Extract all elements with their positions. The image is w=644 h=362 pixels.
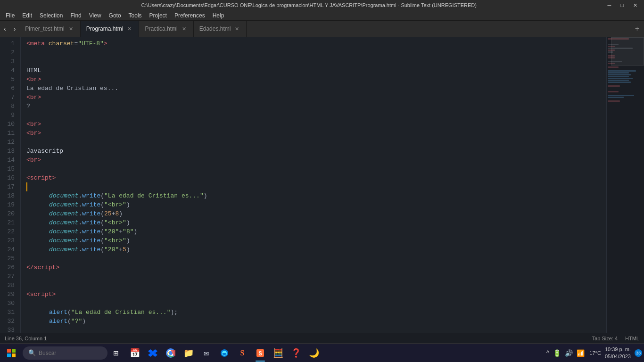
- menu-tools[interactable]: Tools: [125, 11, 146, 20]
- svg-rect-0: [7, 349, 11, 353]
- line-num-1: 1: [0, 39, 15, 48]
- title-bar: C:\Users\crazy\Documents\Edgar\CURSO ONE…: [0, 0, 644, 10]
- menu-file[interactable]: File: [2, 11, 18, 20]
- code-line-18: document.write("La edad de Cristian es..…: [26, 191, 606, 200]
- search-icon: 🔍: [28, 349, 36, 357]
- start-button[interactable]: [2, 345, 21, 362]
- line-num-15: 15: [0, 165, 15, 173]
- line-num-33: 33: [0, 326, 15, 333]
- status-right: Tab Size: 4 HTML: [592, 336, 639, 341]
- tray-caret-icon[interactable]: ^: [545, 348, 551, 358]
- search-input[interactable]: [39, 350, 105, 356]
- svg-rect-3: [12, 354, 16, 357]
- code-area[interactable]: <meta charset="UTF-8"> HTML <br> La edad…: [21, 37, 606, 333]
- tab-prev-button[interactable]: ‹: [0, 21, 10, 37]
- tab-size-status: Tab Size: 4: [592, 336, 618, 341]
- menu-project[interactable]: Project: [146, 11, 171, 20]
- line-num-23: 23: [0, 236, 15, 245]
- taskbar-icon-mail[interactable]: ✉️: [198, 345, 215, 362]
- taskbar-icon-calculator[interactable]: 🧮: [270, 345, 287, 362]
- code-line-22: document.write("20"+"8"): [26, 227, 606, 236]
- tab-edades[interactable]: Edades.html ✕: [194, 21, 247, 37]
- tab-practica-close[interactable]: ✕: [181, 25, 188, 33]
- line-num-24: 24: [0, 245, 15, 254]
- code-line-21: document.write("<br>"): [26, 218, 606, 227]
- line-num-31: 31: [0, 308, 15, 317]
- minimap: [606, 37, 644, 333]
- line-num-30: 30: [0, 299, 15, 308]
- tray-wifi-icon[interactable]: 📶: [576, 348, 586, 358]
- code-line-5: <br>: [26, 75, 606, 84]
- line-num-13: 13: [0, 147, 15, 156]
- code-line-24: document.write("20"+5): [26, 245, 606, 254]
- taskbar-icon-dropbox[interactable]: [144, 345, 161, 362]
- line-num-18: 18: [0, 191, 15, 200]
- code-line-19: document.write("<br>"): [26, 200, 606, 209]
- tab-add-button[interactable]: +: [630, 21, 644, 37]
- taskbar-icon-help[interactable]: ❓: [288, 345, 305, 362]
- menu-selection[interactable]: Selection: [36, 11, 66, 20]
- taskbar-icon-moon[interactable]: 🌙: [305, 345, 322, 362]
- tab-programa-close[interactable]: ✕: [126, 25, 133, 33]
- code-line-13: Javascritp: [26, 147, 606, 156]
- line-num-3: 3: [0, 57, 15, 66]
- taskbar-icon-sublime-active[interactable]: S: [252, 345, 269, 362]
- tab-practica[interactable]: Practica.html ✕: [139, 21, 193, 37]
- code-line-6: La edad de Cristian es...: [26, 84, 606, 93]
- tab-edades-close[interactable]: ✕: [233, 25, 240, 33]
- line-num-9: 9: [0, 111, 15, 120]
- tab-next-button[interactable]: ›: [10, 21, 20, 37]
- taskbar-icon-files[interactable]: 📁: [180, 345, 197, 362]
- code-line-25: [26, 254, 606, 263]
- tab-bar: ‹ › Pimer_test.html ✕ Programa.html ✕ Pr…: [0, 21, 644, 37]
- tab-pimer-label: Pimer_test.html: [25, 25, 64, 32]
- code-line-16: <script>: [26, 173, 606, 182]
- tab-edades-label: Edades.html: [199, 25, 231, 32]
- menu-edit[interactable]: Edit: [18, 11, 36, 20]
- code-line-11: <br>: [26, 129, 606, 138]
- line-num-12: 12: [0, 138, 15, 147]
- status-bar: Line 36, Column 1 Tab Size: 4 HTML: [0, 333, 644, 343]
- line-num-19: 19: [0, 200, 15, 209]
- menu-view[interactable]: View: [85, 11, 105, 20]
- tab-programa-label: Programa.html: [86, 25, 124, 32]
- code-line-15: [26, 165, 606, 173]
- code-line-27: [26, 272, 606, 281]
- menu-preferences[interactable]: Preferences: [171, 11, 209, 20]
- tab-pimer-test[interactable]: Pimer_test.html ✕: [19, 21, 80, 37]
- menu-bar: File Edit Selection Find View Goto Tools…: [0, 10, 644, 21]
- tray-speaker-icon[interactable]: 🔊: [564, 348, 574, 358]
- line-num-7: 7: [0, 93, 15, 102]
- task-view-button[interactable]: ⊞: [109, 345, 123, 362]
- code-line-33: [26, 326, 606, 333]
- tab-pimer-close[interactable]: ✕: [67, 25, 74, 33]
- line-num-14: 14: [0, 156, 15, 165]
- taskbar: 🔍 ⊞ 📅 📁 ✉️: [0, 343, 644, 362]
- system-tray: ^ 🔋 🔊 📶 17°C 10:39 p. m. 05/04/2023 33: [545, 346, 642, 360]
- minimize-button[interactable]: ─: [605, 2, 614, 8]
- line-num-17: 17: [0, 182, 15, 191]
- maximize-button[interactable]: □: [618, 2, 627, 8]
- syntax-status: HTML: [625, 336, 639, 341]
- menu-find[interactable]: Find: [66, 11, 85, 20]
- line-num-5: 5: [0, 75, 15, 84]
- tab-programa[interactable]: Programa.html ✕: [81, 21, 140, 37]
- clock[interactable]: 10:39 p. m. 05/04/2023: [605, 346, 631, 360]
- svg-rect-2: [7, 354, 11, 357]
- taskbar-icon-sublime[interactable]: S: [234, 345, 251, 362]
- notification-badge[interactable]: 33: [635, 349, 642, 357]
- taskbar-icon-chrome[interactable]: [162, 345, 179, 362]
- search-bar[interactable]: 🔍: [23, 346, 107, 360]
- menu-goto[interactable]: Goto: [105, 11, 125, 20]
- taskbar-icon-edge[interactable]: [216, 345, 233, 362]
- line-num-26: 26: [0, 263, 15, 272]
- code-line-20: document.write(25+8): [26, 209, 606, 218]
- line-num-29: 29: [0, 290, 15, 299]
- menu-help[interactable]: Help: [209, 11, 228, 20]
- code-line-17: [26, 182, 606, 191]
- code-line-14: <br>: [26, 156, 606, 165]
- tray-battery-icon[interactable]: 🔋: [552, 348, 562, 358]
- taskbar-icon-calendar[interactable]: 📅: [126, 345, 143, 362]
- close-button[interactable]: ✕: [630, 2, 640, 8]
- line-num-10: 10: [0, 120, 15, 129]
